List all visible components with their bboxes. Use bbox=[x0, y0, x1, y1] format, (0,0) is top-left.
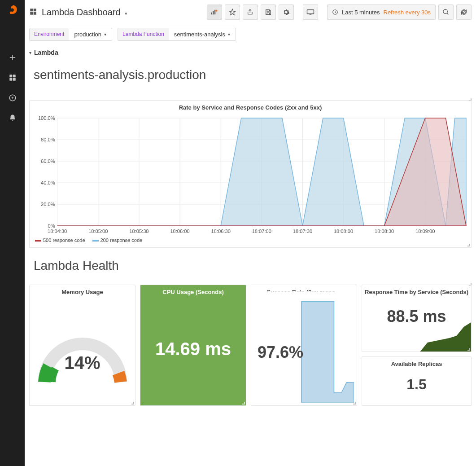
refresh-button[interactable] bbox=[456, 4, 472, 20]
panel-title: Memory Usage bbox=[32, 287, 132, 298]
time-range-picker[interactable]: Last 5 minutes Refresh every 30s bbox=[327, 4, 436, 20]
svg-rect-12 bbox=[214, 10, 215, 15]
dashboard-title-dropdown[interactable]: Lambda Dashboard ▾ bbox=[42, 7, 127, 18]
svg-text:0%: 0% bbox=[48, 223, 55, 229]
svg-text:100.0%: 100.0% bbox=[38, 115, 55, 121]
svg-rect-3 bbox=[9, 78, 12, 81]
panel-title: Rate by Service and Response Codes (2xx … bbox=[32, 102, 468, 114]
svg-text:18:07:00: 18:07:00 bbox=[252, 229, 271, 234]
panel-title: Success Rate (2xx respo… bbox=[254, 287, 354, 291]
svg-rect-11 bbox=[213, 11, 214, 15]
panel-title: Response Time by Service (Seconds) bbox=[365, 287, 468, 298]
chevron-down-icon: ▾ bbox=[104, 32, 106, 37]
time-range-text: Last 5 minutes bbox=[342, 9, 380, 16]
var-lambda-value[interactable]: sentiments-analysis ▾ bbox=[169, 28, 236, 40]
svg-text:18:05:30: 18:05:30 bbox=[129, 229, 148, 234]
variable-bar: Environment production ▾ Lambda Function… bbox=[29, 24, 472, 47]
svg-text:60.0%: 60.0% bbox=[41, 158, 55, 164]
add-panel-button[interactable] bbox=[207, 4, 222, 20]
view-mode-button[interactable] bbox=[303, 4, 318, 20]
legend-item-200[interactable]: 200 response code bbox=[92, 237, 143, 243]
clock-icon bbox=[332, 9, 338, 15]
panel-response-time: Response Time by Service (Seconds) 88.5 … bbox=[362, 285, 472, 352]
svg-rect-2 bbox=[13, 75, 15, 77]
svg-rect-8 bbox=[30, 12, 33, 14]
svg-rect-1 bbox=[9, 75, 12, 77]
var-environment-label: Environment bbox=[30, 28, 69, 40]
alerting-icon[interactable] bbox=[8, 114, 17, 123]
sidebar bbox=[0, 0, 25, 466]
response-value: 88.5 ms bbox=[365, 298, 468, 326]
plus-icon[interactable] bbox=[8, 53, 17, 62]
panel-rate-chart: Rate by Service and Response Codes (2xx … bbox=[29, 100, 472, 248]
svg-text:18:04:30: 18:04:30 bbox=[48, 229, 67, 234]
panel-cpu-usage: CPU Usage (Seconds) 14.69 ms bbox=[140, 285, 246, 406]
var-environment-value[interactable]: production ▾ bbox=[69, 28, 112, 40]
row-lambda-toggle[interactable]: ▾ Lambda bbox=[29, 47, 472, 61]
panel-success-rate: Success Rate (2xx respo… 97.6% bbox=[251, 285, 357, 406]
chart-legend: 500 response code 200 response code bbox=[32, 235, 468, 245]
var-environment: Environment production ▾ bbox=[29, 28, 112, 41]
success-value: 97.6% bbox=[254, 343, 307, 362]
gauge: 14% bbox=[32, 298, 132, 400]
explore-icon[interactable] bbox=[8, 93, 17, 102]
topbar: Lambda Dashboard ▾ bbox=[29, 4, 472, 24]
resize-handle-icon[interactable] bbox=[242, 402, 245, 404]
share-button[interactable] bbox=[243, 4, 258, 20]
panel-memory-usage: Memory Usage 14% bbox=[29, 285, 135, 406]
dashboard-title-text: Lambda Dashboard bbox=[42, 7, 121, 17]
grafana-logo[interactable] bbox=[6, 4, 19, 17]
refresh-interval-text: Refresh every 30s bbox=[384, 9, 431, 16]
resize-handle-icon[interactable] bbox=[353, 402, 356, 404]
svg-text:18:07:30: 18:07:30 bbox=[293, 229, 312, 234]
svg-rect-9 bbox=[34, 12, 36, 14]
svg-rect-10 bbox=[211, 13, 212, 15]
panel-title: CPU Usage (Seconds) bbox=[143, 287, 243, 298]
svg-text:40.0%: 40.0% bbox=[41, 180, 55, 185]
svg-text:18:06:00: 18:06:00 bbox=[170, 229, 189, 234]
panel-available-replicas: Available Replicas 1.5 bbox=[362, 356, 472, 406]
panel-title: Available Replicas bbox=[365, 359, 468, 370]
star-button[interactable] bbox=[225, 4, 240, 20]
svg-text:18:05:00: 18:05:00 bbox=[88, 229, 108, 234]
var-lambda-function: Lambda Function sentiments-analysis ▾ bbox=[118, 28, 236, 41]
svg-text:80.0%: 80.0% bbox=[41, 137, 55, 142]
settings-button[interactable] bbox=[279, 4, 294, 20]
main-content: Lambda Dashboard ▾ bbox=[25, 0, 476, 466]
svg-text:18:08:00: 18:08:00 bbox=[334, 229, 353, 234]
save-button[interactable] bbox=[261, 4, 276, 20]
svg-text:18:06:30: 18:06:30 bbox=[211, 229, 231, 234]
chevron-down-icon: ▾ bbox=[29, 50, 31, 55]
chevron-down-icon: ▾ bbox=[228, 32, 230, 37]
legend-item-500[interactable]: 500 response code bbox=[35, 237, 85, 243]
svg-point-15 bbox=[443, 9, 447, 13]
svg-text:18:09:00: 18:09:00 bbox=[415, 229, 435, 234]
cpu-value: 14.69 ms bbox=[143, 298, 243, 400]
resize-handle-icon[interactable] bbox=[467, 348, 470, 351]
section-title-health: Lambda Health bbox=[29, 248, 472, 280]
chart-area[interactable]: 100.0% 80.0% 60.0% 40.0% 20.0% 0% 18:04:… bbox=[32, 114, 468, 235]
svg-text:20.0%: 20.0% bbox=[41, 202, 55, 207]
svg-rect-6 bbox=[30, 9, 33, 11]
zoom-out-button[interactable] bbox=[438, 4, 454, 20]
dashboards-icon[interactable] bbox=[8, 73, 17, 82]
row-title-text: Lambda bbox=[34, 49, 58, 56]
svg-text:18:08:30: 18:08:30 bbox=[375, 229, 394, 234]
page-title: sentiments-analysis.production bbox=[29, 61, 472, 96]
toolbar: Last 5 minutes Refresh every 30s bbox=[207, 4, 472, 20]
svg-point-0 bbox=[9, 11, 12, 14]
memory-value: 14% bbox=[64, 353, 100, 373]
svg-rect-13 bbox=[307, 10, 314, 14]
resize-handle-icon[interactable] bbox=[131, 402, 134, 404]
resize-handle-icon[interactable] bbox=[467, 244, 470, 246]
dashboard-grid-icon bbox=[29, 8, 37, 17]
replicas-value: 1.5 bbox=[365, 370, 468, 393]
svg-rect-7 bbox=[34, 9, 36, 11]
var-lambda-label: Lambda Function bbox=[118, 28, 169, 40]
svg-rect-4 bbox=[13, 78, 15, 81]
chevron-down-icon: ▾ bbox=[125, 11, 127, 16]
health-row: Memory Usage 14% CPU Usage (Seconds) 14.… bbox=[29, 285, 472, 406]
